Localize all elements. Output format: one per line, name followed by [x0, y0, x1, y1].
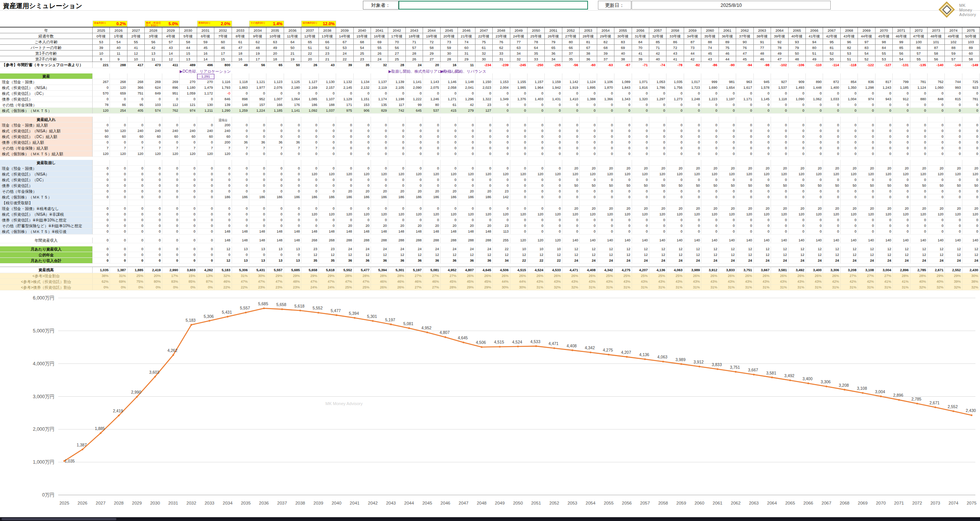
table-cell[interactable]: 0 [162, 212, 180, 217]
table-cell[interactable]: 43% [771, 279, 788, 285]
table-cell[interactable]: 0 [684, 229, 701, 234]
table-cell[interactable]: 0 [510, 140, 528, 145]
table-cell[interactable]: 0 [93, 238, 110, 243]
table-cell[interactable]: 0 [875, 229, 893, 234]
table-cell[interactable]: 0 [632, 134, 649, 140]
table-cell[interactable]: 7 [162, 145, 180, 151]
table-cell[interactable]: 0 [493, 217, 510, 223]
table-cell[interactable]: 0 [893, 151, 910, 157]
table-cell[interactable] [145, 117, 162, 122]
table-cell[interactable]: 0 [858, 217, 875, 223]
table-cell[interactable]: 28% [354, 273, 371, 279]
table-cell[interactable] [614, 117, 632, 122]
table-cell[interactable]: 142 [493, 194, 510, 200]
table-cell[interactable]: 0 [823, 189, 840, 194]
table-cell[interactable]: 0 [962, 145, 980, 151]
table-cell[interactable]: 0 [301, 91, 318, 96]
table-cell[interactable]: 0 [614, 91, 632, 96]
table-cell[interactable]: 2034 [249, 28, 266, 33]
table-cell[interactable] [406, 117, 423, 122]
table-cell[interactable]: 0 [701, 122, 719, 128]
table-cell[interactable]: 140 [580, 238, 597, 243]
table-cell[interactable]: 0 [441, 166, 458, 171]
table-cell[interactable] [789, 117, 806, 122]
table-cell[interactable]: 0 [214, 252, 232, 258]
table-cell[interactable]: 20 [962, 206, 980, 212]
yield-rate-cell-3[interactable]: その他利回り1.4% [249, 21, 284, 27]
table-cell[interactable]: 0 [127, 171, 145, 177]
table-cell[interactable]: 12 [580, 252, 597, 258]
table-cell[interactable]: 0 [632, 145, 649, 151]
table-cell[interactable]: 1,222 [406, 96, 423, 102]
table-cell[interactable]: 0 [875, 189, 893, 194]
table-cell[interactable]: 0 [545, 128, 562, 134]
table-cell[interactable]: 0 [841, 122, 858, 128]
table-cell[interactable]: 120 [336, 212, 353, 217]
table-cell[interactable]: 0 [336, 128, 353, 134]
table-cell[interactable]: 0 [284, 134, 301, 140]
table-cell[interactable]: 20 [684, 206, 701, 212]
table-cell[interactable]: 44 [684, 50, 701, 56]
table-cell[interactable]: 34 [510, 50, 528, 56]
table-cell[interactable]: 70 [632, 45, 649, 50]
table-cell[interactable]: 166 [266, 102, 284, 108]
table-cell[interactable]: 31 [458, 50, 475, 56]
table-cell[interactable]: 0 [562, 91, 580, 96]
table-cell[interactable]: 0 [266, 223, 284, 229]
table-cell[interactable]: 0 [441, 177, 458, 183]
table-cell[interactable]: 20 [893, 166, 910, 171]
table-cell[interactable]: 0 [110, 122, 127, 128]
table-cell[interactable]: 0 [632, 194, 649, 200]
table-cell[interactable]: 20 [388, 223, 405, 229]
table-cell[interactable]: 0 [580, 194, 597, 200]
table-cell[interactable]: 12 [841, 246, 858, 252]
table-cell[interactable]: 0 [580, 177, 597, 183]
table-cell[interactable]: 3,989 [684, 267, 701, 273]
table-cell[interactable]: 0 [371, 177, 388, 183]
table-cell[interactable]: 0 [614, 122, 632, 128]
table-cell[interactable]: 50 [789, 50, 806, 56]
table-cell[interactable]: 0 [319, 189, 336, 194]
table-cell[interactable]: 22% [214, 285, 232, 290]
table-cell[interactable]: 0 [719, 122, 736, 128]
table-cell[interactable]: 0 [493, 140, 510, 145]
table-cell[interactable]: 537 [423, 108, 440, 114]
table-cell[interactable]: 0 [771, 134, 788, 140]
table-cell[interactable] [162, 117, 180, 122]
table-cell[interactable]: 68 [354, 39, 371, 45]
table-cell[interactable]: 57 [406, 45, 423, 50]
table-cell[interactable]: 3,667 [754, 267, 771, 273]
table-cell[interactable]: 2053 [580, 28, 597, 33]
table-cell[interactable]: 0 [388, 177, 405, 183]
table-cell[interactable]: 268 [319, 238, 336, 243]
table-cell[interactable]: 148 [214, 238, 232, 243]
table-cell[interactable]: 0 [127, 252, 145, 258]
table-cell[interactable]: 0 [180, 246, 197, 252]
table-cell[interactable]: 120 [197, 151, 214, 157]
yield-rate-value[interactable]: 0.2% [110, 21, 127, 26]
table-cell[interactable]: 20 [632, 166, 649, 171]
table-cell[interactable]: 0 [93, 229, 110, 234]
table-cell[interactable]: 12 [441, 252, 458, 258]
table-cell[interactable]: 22年後 [475, 33, 493, 39]
table-cell[interactable] [684, 160, 701, 166]
table-cell[interactable]: 52 [823, 50, 840, 56]
table-cell[interactable]: 927 [771, 79, 788, 85]
table-cell[interactable]: 0 [893, 223, 910, 229]
table-cell[interactable]: 0 [319, 151, 336, 157]
table-cell[interactable]: 120 [458, 171, 475, 177]
table-cell[interactable]: 10 [510, 246, 528, 252]
table-cell[interactable]: 0 [266, 166, 284, 171]
table-cell[interactable] [962, 160, 980, 166]
table-cell[interactable]: 17 [214, 50, 232, 56]
table-cell[interactable]: 60 [197, 134, 214, 140]
table-cell[interactable]: 846 [214, 96, 232, 102]
table-cell[interactable]: 0 [789, 217, 806, 223]
table-cell[interactable]: 1,259 [232, 108, 249, 114]
table-cell[interactable]: 12 [736, 246, 753, 252]
table-cell[interactable]: 0 [354, 183, 371, 189]
table-cell[interactable]: 0 [841, 217, 858, 223]
table-cell[interactable]: 829 [371, 108, 388, 114]
table-cell[interactable] [249, 117, 266, 122]
table-cell[interactable]: 2038 [319, 28, 336, 33]
